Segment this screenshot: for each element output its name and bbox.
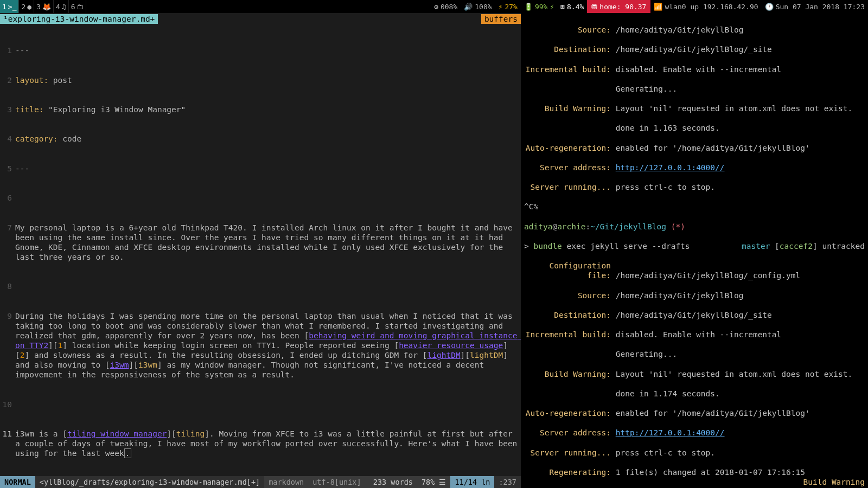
vim-mode: NORMAL [0,476,35,488]
link-tiling-wm[interactable]: tiling window manager [67,429,167,438]
files-icon: 🗀 [76,3,84,11]
disk-icon: ⛃ [591,3,597,11]
battery-icon: 🔋 [524,3,533,11]
workspace-list: 1>_ 2● 3🦊 4♫ 6🗀 [0,0,86,13]
line-position: 11/14 ln [450,476,494,488]
clock: 🕐Sun 07 Jan 2018 17:23 [762,0,868,13]
temperature-indicator: ⚡27% [495,0,521,13]
buffer-tab[interactable]: ¹exploring-i3-window-manager.md+ [0,14,158,24]
volume-icon: 🔊 [464,3,473,11]
status-bar: ⚙008% 🔊100% ⚡27% 🔋99%⚡ ⊞8.4% ⛃home: 90.3… [431,0,868,13]
filetype: markdown [264,476,308,488]
i3-top-bar: 1>_ 2● 3🦊 4♫ 6🗀 ⚙008% 🔊100% ⚡27% 🔋99%⚡ ⊞… [0,0,868,13]
buffers-badge[interactable]: buffers [481,14,521,24]
terminal-icon: >_ [8,3,17,11]
battery-indicator: 🔋99%⚡ [521,0,557,13]
workspace-4[interactable]: 4♫ [54,0,69,13]
vim-status-line: NORMAL <yllBlog/_drafts/exploring-i3-win… [0,476,521,488]
column-position: :237 [494,476,521,488]
editor-content[interactable]: 1--- 2layout: post 3title: "Exploring i3… [0,25,521,476]
workspace-3[interactable]: 3🦊 [34,0,54,13]
workspace-1[interactable]: 1>_ [0,0,19,13]
terminal-pane[interactable]: Source: /home/aditya/Git/jekyllBlog Dest… [521,13,868,488]
memory-indicator: ⊞8.4% [557,0,587,13]
link-resource-usage[interactable]: heavier resource usage [399,341,503,350]
encoding: utf-8[unix] [308,476,365,488]
word-count: 233 words [369,476,417,488]
link-i3wm[interactable]: i3wm [110,361,129,369]
clock-icon: 🕐 [765,3,774,11]
main-split: ¹exploring-i3-window-manager.md+ buffers… [0,13,868,488]
wifi-icon: 📶 [654,3,662,11]
bolt-icon: ⚡ [499,3,503,11]
cpu-load-indicator: ⚙008% [431,0,461,13]
server-address-link-2[interactable]: http://127.0.0.1:4000// [616,428,725,437]
file-path: <yllBlog/_drafts/exploring-i3-window-man… [35,476,264,488]
workspace-6[interactable]: 6🗀 [69,0,87,13]
music-icon: ♫ [62,3,66,11]
buffer-tab-bar: ¹exploring-i3-window-manager.md+ buffers [0,13,521,25]
scroll-percent: 78% ☰ [417,476,451,488]
plug-icon: ⚡ [550,3,554,11]
gear-icon: ⚙ [434,3,438,11]
wifi-indicator: 📶wlan0 up 192.168.42.90 [650,0,761,13]
chip-icon: ⊞ [560,3,565,11]
vim-editor-pane[interactable]: ¹exploring-i3-window-manager.md+ buffers… [0,13,521,488]
chrome-icon: ● [27,3,31,11]
firefox-icon: 🦊 [42,3,51,11]
volume-indicator: 🔊100% [461,0,495,13]
workspace-2[interactable]: 2● [19,0,34,13]
server-address-link[interactable]: http://127.0.0.1:4000// [616,163,725,172]
link-lightdm[interactable]: lightDM [427,351,461,359]
disk-home-indicator: ⛃home: 90.37 [587,0,650,13]
